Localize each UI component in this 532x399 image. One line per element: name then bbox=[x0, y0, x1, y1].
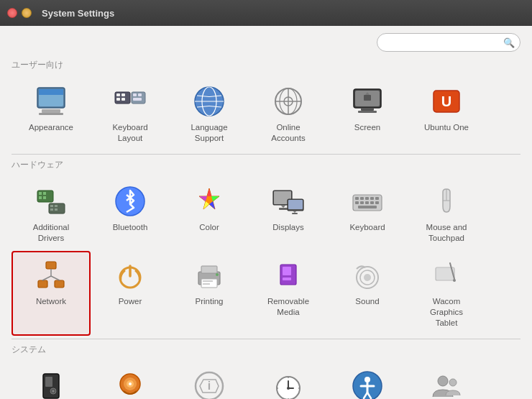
item-network[interactable]: Network bbox=[12, 251, 91, 336]
language-support-label: LanguageSupport bbox=[191, 122, 227, 144]
color-label: Color bbox=[199, 222, 219, 233]
svg-rect-56 bbox=[365, 201, 369, 204]
item-language-support[interactable]: LanguageSupport bbox=[170, 77, 249, 151]
close-button[interactable] bbox=[7, 8, 17, 18]
titlebar: System Settings bbox=[0, 0, 532, 26]
svg-rect-64 bbox=[55, 280, 64, 288]
user-accounts-icon bbox=[429, 369, 464, 399]
section-hardware: ハードウェア Ad bbox=[12, 159, 520, 336]
svg-rect-12 bbox=[138, 93, 142, 96]
item-additional-drivers[interactable]: AdditionalDrivers bbox=[12, 177, 91, 251]
svg-rect-33 bbox=[43, 196, 46, 199]
item-removable-media[interactable]: RemovableMedia bbox=[249, 251, 328, 336]
svg-rect-25 bbox=[358, 111, 377, 113]
screen-label: Screen bbox=[354, 122, 380, 133]
minimize-button[interactable] bbox=[22, 8, 32, 18]
svg-rect-9 bbox=[116, 98, 120, 101]
item-software-sources[interactable]: SoftwareSources bbox=[91, 362, 170, 399]
power-icon bbox=[113, 258, 147, 293]
ubuntu-one-icon: U bbox=[429, 84, 464, 119]
svg-rect-53 bbox=[375, 197, 379, 200]
svg-rect-4 bbox=[39, 113, 63, 115]
displays-label: Displays bbox=[272, 222, 303, 233]
item-power[interactable]: Power bbox=[91, 251, 170, 336]
item-displays[interactable]: Displays bbox=[249, 177, 328, 251]
removable-media-icon bbox=[271, 258, 306, 293]
svg-rect-8 bbox=[121, 93, 125, 96]
svg-rect-45 bbox=[288, 200, 303, 209]
svg-rect-32 bbox=[39, 196, 42, 199]
item-printing[interactable]: Printing bbox=[170, 251, 249, 336]
svg-rect-47 bbox=[292, 213, 298, 214]
search-input[interactable] bbox=[377, 33, 520, 52]
removable-media-label: RemovableMedia bbox=[267, 296, 309, 318]
divider-system bbox=[12, 339, 520, 339]
svg-rect-73 bbox=[203, 280, 213, 282]
svg-point-75 bbox=[216, 273, 219, 276]
ubuntu-one-label: Ubuntu One bbox=[424, 122, 469, 133]
item-appearance[interactable]: Appearance bbox=[12, 77, 91, 151]
svg-rect-51 bbox=[365, 197, 369, 200]
item-mouse-touchpad[interactable]: Mouse andTouchpad bbox=[407, 177, 486, 251]
wacom-label: WacomGraphicsTablet bbox=[430, 296, 463, 329]
item-keyboard[interactable]: Keyboard bbox=[328, 177, 407, 251]
additional-drivers-label: AdditionalDrivers bbox=[33, 222, 70, 244]
section-system-label: システム bbox=[12, 344, 520, 356]
svg-marker-42 bbox=[280, 205, 286, 208]
software-sources-icon bbox=[113, 369, 147, 399]
svg-rect-36 bbox=[55, 205, 58, 207]
svg-point-81 bbox=[364, 274, 371, 281]
svg-marker-46 bbox=[293, 211, 297, 213]
bluetooth-icon bbox=[113, 184, 147, 219]
item-ubuntu-one[interactable]: U Ubuntu One bbox=[407, 77, 486, 151]
svg-rect-37 bbox=[50, 208, 53, 211]
printing-icon bbox=[192, 258, 226, 293]
universal-access-icon bbox=[350, 369, 385, 399]
item-bluetooth[interactable]: Bluetooth bbox=[91, 177, 170, 251]
item-online-accounts[interactable]: OnlineAccounts bbox=[249, 77, 328, 151]
search-bar: 🔍 bbox=[12, 33, 520, 52]
system-info-icon: i bbox=[192, 369, 226, 399]
sound-label: Sound bbox=[355, 296, 379, 307]
item-screen[interactable]: Screen bbox=[328, 77, 407, 151]
svg-point-110 bbox=[449, 379, 457, 386]
svg-rect-38 bbox=[55, 208, 58, 211]
item-system-info[interactable]: i System Info bbox=[170, 362, 249, 399]
svg-rect-35 bbox=[50, 205, 53, 207]
svg-rect-54 bbox=[355, 201, 359, 204]
personal-grid: Appearance KeyboardL bbox=[12, 77, 520, 151]
item-sound[interactable]: Sound bbox=[328, 251, 407, 336]
svg-text:i: i bbox=[208, 380, 211, 392]
svg-rect-52 bbox=[370, 197, 374, 200]
svg-rect-50 bbox=[360, 197, 364, 200]
item-color[interactable]: Color bbox=[170, 177, 249, 251]
svg-rect-11 bbox=[133, 93, 137, 96]
svg-rect-63 bbox=[38, 280, 47, 288]
svg-rect-78 bbox=[283, 278, 291, 280]
language-support-icon bbox=[192, 84, 226, 119]
section-personal-label: ユーザー向け bbox=[12, 59, 520, 71]
svg-rect-86 bbox=[45, 377, 52, 387]
item-wacom[interactable]: WacomGraphicsTablet bbox=[407, 251, 486, 336]
item-user-accounts[interactable]: UserAccounts bbox=[407, 362, 486, 399]
network-label: Network bbox=[36, 296, 66, 307]
item-backup[interactable]: Backup bbox=[12, 362, 91, 399]
svg-rect-59 bbox=[358, 206, 377, 208]
additional-drivers-icon bbox=[34, 184, 68, 219]
item-keyboard-layout[interactable]: KeyboardLayout bbox=[91, 77, 170, 151]
svg-point-92 bbox=[129, 382, 132, 385]
item-universal-access[interactable]: UniversalAccess bbox=[328, 362, 407, 399]
svg-rect-55 bbox=[360, 201, 364, 204]
online-accounts-icon bbox=[271, 84, 306, 119]
window-controls bbox=[7, 8, 32, 18]
displays-icon bbox=[271, 184, 306, 219]
section-personal: ユーザー向け Appearance bbox=[12, 59, 520, 151]
svg-rect-30 bbox=[39, 192, 42, 195]
svg-point-109 bbox=[438, 376, 448, 386]
wacom-icon bbox=[429, 258, 464, 293]
item-time-date[interactable]: Time & Date bbox=[249, 362, 328, 399]
svg-line-67 bbox=[51, 276, 60, 280]
svg-rect-26 bbox=[364, 95, 371, 101]
bluetooth-label: Bluetooth bbox=[113, 222, 148, 233]
svg-rect-58 bbox=[375, 201, 379, 204]
